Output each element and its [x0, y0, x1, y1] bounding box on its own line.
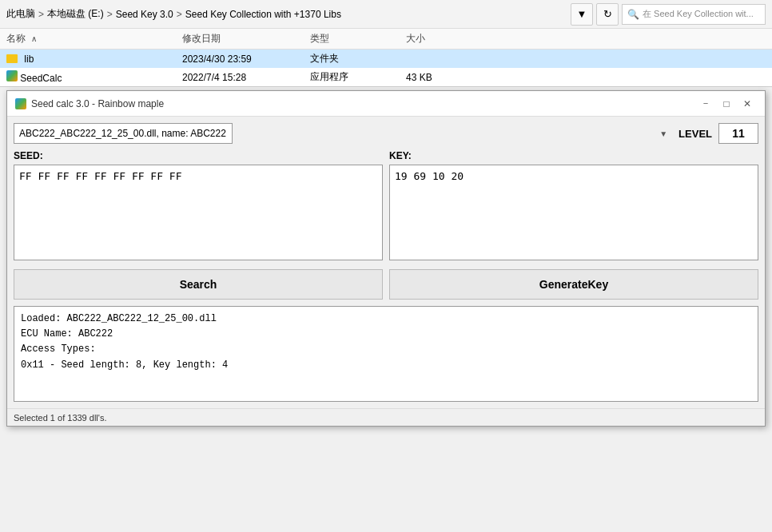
file-name-cell: SeedCalc — [6, 70, 182, 84]
explorer-search-placeholder: 在 Seed Key Collection wit... — [643, 8, 754, 20]
explorer-search-box[interactable]: 🔍 在 Seed Key Collection wit... — [622, 4, 766, 25]
level-label: LEVEL — [678, 128, 712, 140]
breadcrumb-sep-1: > — [38, 9, 44, 20]
seed-key-row: SEED: FF FF FF FF FF FF FF FF FF KEY: 19… — [14, 150, 758, 263]
minimize-button[interactable]: － — [696, 96, 715, 112]
file-type: 文件夹 — [310, 52, 406, 66]
level-input[interactable] — [718, 123, 758, 144]
table-row[interactable]: SeedCalc 2022/7/4 15:28 应用程序 43 KB — [0, 68, 772, 86]
file-name-cell: lib — [6, 54, 182, 65]
generate-key-button[interactable]: GenerateKey — [389, 269, 758, 300]
file-size: 43 KB — [406, 72, 486, 83]
key-section: KEY: 19 69 10 20 — [389, 150, 758, 263]
seed-section: SEED: FF FF FF FF FF FF FF FF FF — [14, 150, 383, 263]
explorer-table-header: 名称 ∧ 修改日期 类型 大小 — [0, 29, 772, 50]
log-area: Loaded: ABC222_ABC222_12_25_00.dll ECU N… — [14, 306, 758, 402]
explorer-controls: ▼ ↻ 🔍 在 Seed Key Collection wit... — [571, 3, 766, 26]
log-line-2: ECU Name: ABC222 — [21, 327, 751, 342]
key-label: KEY: — [389, 150, 758, 161]
col-name: 名称 ∧ — [6, 32, 182, 46]
file-type: 应用程序 — [310, 70, 406, 84]
status-bar: Selected 1 of 1339 dll's. — [7, 408, 765, 426]
breadcrumb-item-1[interactable]: 此电脑 — [6, 7, 35, 21]
col-size: 大小 — [406, 32, 486, 46]
dll-selector-row: ABC222_ABC222_12_25_00.dll, name: ABC222… — [14, 123, 758, 144]
breadcrumb-sep-2: > — [107, 9, 113, 20]
breadcrumb-sep-3: > — [177, 9, 182, 20]
file-explorer: 此电脑 > 本地磁盘 (E:) > Seed Key 3.0 > Seed Ke… — [0, 0, 772, 87]
btn-row: Search GenerateKey — [14, 269, 758, 300]
breadcrumb: 此电脑 > 本地磁盘 (E:) > Seed Key 3.0 > Seed Ke… — [6, 7, 571, 21]
breadcrumb-item-2[interactable]: 本地磁盘 (E:) — [47, 7, 104, 21]
file-name: lib — [24, 54, 34, 65]
app-title-text: Seed calc 3.0 - Rainbow maple — [31, 98, 164, 109]
seed-input[interactable]: FF FF FF FF FF FF FF FF FF — [14, 165, 383, 260]
seedcalc-window: Seed calc 3.0 - Rainbow maple － □ ✕ ABC2… — [6, 90, 766, 427]
breadcrumb-item-4[interactable]: Seed Key Collection with +1370 Libs — [185, 9, 341, 20]
dll-select-wrapper: ABC222_ABC222_12_25_00.dll, name: ABC222 — [14, 123, 672, 144]
search-button[interactable]: Search — [14, 269, 383, 300]
breadcrumb-item-3[interactable]: Seed Key 3.0 — [116, 9, 173, 20]
window-controls: － □ ✕ — [696, 96, 757, 112]
file-modified: 2023/4/30 23:59 — [182, 54, 310, 65]
col-modified: 修改日期 — [182, 32, 310, 46]
log-line-1: Loaded: ABC222_ABC222_12_25_00.dll — [21, 312, 751, 327]
col-type: 类型 — [310, 32, 406, 46]
app-title-icon — [15, 98, 26, 109]
table-row[interactable]: lib 2023/4/30 23:59 文件夹 — [0, 50, 772, 68]
folder-icon — [6, 54, 18, 63]
dll-select[interactable]: ABC222_ABC222_12_25_00.dll, name: ABC222 — [14, 123, 233, 144]
file-modified: 2022/7/4 15:28 — [182, 72, 310, 83]
search-icon: 🔍 — [627, 9, 639, 20]
status-text: Selected 1 of 1339 dll's. — [14, 413, 106, 423]
key-input[interactable]: 19 69 10 20 — [389, 165, 758, 260]
explorer-titlebar: 此电脑 > 本地磁盘 (E:) > Seed Key 3.0 > Seed Ke… — [0, 0, 772, 29]
refresh-btn[interactable]: ↻ — [596, 3, 619, 26]
log-line-3: Access Types: — [21, 342, 751, 357]
dropdown-btn[interactable]: ▼ — [571, 3, 593, 26]
app-body: ABC222_ABC222_12_25_00.dll, name: ABC222… — [7, 117, 765, 408]
seed-label: SEED: — [14, 150, 383, 161]
app-titlebar: Seed calc 3.0 - Rainbow maple － □ ✕ — [7, 91, 765, 117]
app-title: Seed calc 3.0 - Rainbow maple — [15, 98, 164, 109]
close-button[interactable]: ✕ — [738, 96, 757, 112]
maximize-button[interactable]: □ — [717, 96, 736, 112]
app-icon — [6, 70, 18, 81]
sort-icon: ∧ — [31, 34, 37, 43]
log-line-4: 0x11 - Seed length: 8, Key length: 4 — [21, 358, 751, 373]
file-name: SeedCalc — [20, 73, 62, 84]
